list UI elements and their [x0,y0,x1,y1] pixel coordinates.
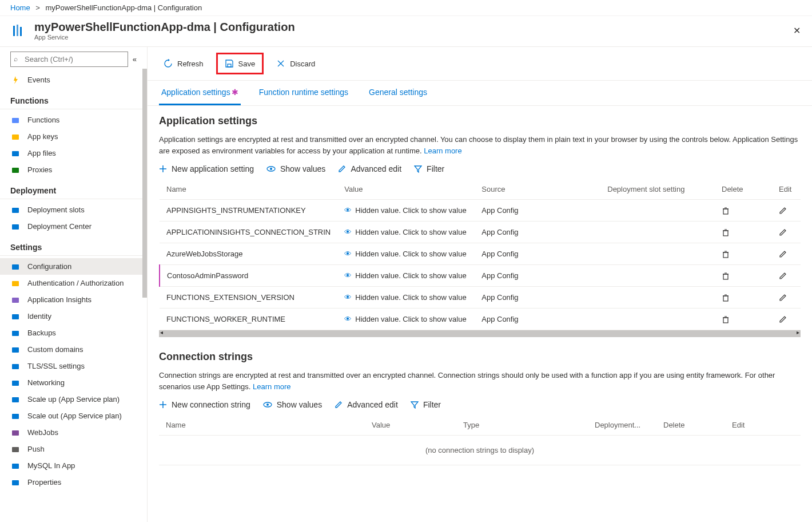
cell-value[interactable]: 👁Hidden value. Click to show value [337,265,475,287]
cell-edit[interactable] [772,309,801,330]
trash-icon[interactable] [722,272,765,280]
trash-icon[interactable] [722,294,765,302]
pencil-icon[interactable] [779,207,794,215]
pencil-icon[interactable] [779,250,794,258]
refresh-button[interactable]: Refresh [159,57,208,70]
connstrings-table: Name Value Type Deployment... Delete Edi… [159,415,801,465]
cell-value[interactable]: 👁Hidden value. Click to show value [337,200,475,222]
sidebar-item[interactable]: Functions [0,112,147,128]
tabs: Application settings✱ Function runtime s… [148,81,812,106]
sidebar-item[interactable]: App files [0,145,147,161]
sidebar-item[interactable]: Application Insights [0,291,147,308]
conn-col-edit[interactable]: Edit [725,415,801,436]
cell-edit[interactable] [772,287,801,309]
col-name[interactable]: Name [160,179,337,200]
cell-delete[interactable] [715,243,772,265]
trash-icon[interactable] [722,250,765,258]
sidebar-scrollbar[interactable] [142,69,147,298]
cell-value[interactable]: 👁Hidden value. Click to show value [337,309,475,330]
cell-delete[interactable] [715,222,772,243]
col-delete[interactable]: Delete [715,179,772,200]
sidebar-item[interactable]: Scale up (App Service plan) [0,391,147,408]
col-edit[interactable]: Edit [772,179,801,200]
cell-name[interactable]: AzureWebJobsStorage [160,243,337,265]
conn-col-value[interactable]: Value [365,415,456,436]
sidebar-item-icon [10,263,21,271]
cell-edit[interactable] [772,243,801,265]
discard-button[interactable]: Discard [272,57,320,70]
sidebar-item[interactable]: App keys [0,128,147,145]
sidebar-item[interactable]: Configuration [0,258,147,275]
close-blade-button[interactable]: ✕ [791,23,803,38]
conn-col-delete[interactable]: Delete [656,415,725,436]
tab-application-settings[interactable]: Application settings✱ [159,81,241,105]
cell-edit[interactable] [772,265,801,287]
sidebar-item[interactable]: WebJobs [0,424,147,441]
sidebar-search-input[interactable] [10,52,128,67]
sidebar-item[interactable]: Custom domains [0,341,147,358]
conn-col-type[interactable]: Type [456,415,588,436]
sidebar-item-events[interactable]: Events [0,72,147,88]
cell-value[interactable]: 👁Hidden value. Click to show value [337,222,475,243]
advanced-edit-button[interactable]: Advanced edit [338,164,401,173]
sidebar-item[interactable]: Scale out (App Service plan) [0,408,147,424]
tab-function-runtime-settings[interactable]: Function runtime settings [257,81,351,105]
col-value[interactable]: Value [337,179,475,200]
appsettings-learn-more-link[interactable]: Learn more [424,147,461,155]
cell-edit[interactable] [772,200,801,222]
conn-show-values-button[interactable]: Show values [263,400,322,409]
pencil-icon[interactable] [779,294,794,302]
breadcrumb-home[interactable]: Home [10,3,30,12]
sidebar-item[interactable]: Deployment slots [0,201,147,218]
filter-button[interactable]: Filter [414,164,444,173]
svg-rect-8 [12,224,19,230]
cell-slot [600,287,715,309]
trash-icon[interactable] [722,315,765,323]
pencil-icon[interactable] [779,228,794,236]
cell-value[interactable]: 👁Hidden value. Click to show value [337,243,475,265]
sidebar-item-icon [10,412,21,420]
cell-name[interactable]: APPLICATIONINSIGHTS_CONNECTION_STRIN [160,222,337,243]
connstrings-learn-more-link[interactable]: Learn more [253,382,290,391]
trash-icon[interactable] [722,228,765,236]
sidebar-item[interactable]: Proxies [0,161,147,178]
collapse-sidebar-button[interactable]: « [133,55,137,64]
pencil-icon[interactable] [779,272,794,280]
sidebar-item[interactable]: Networking [0,374,147,391]
cell-name[interactable]: FUNCTIONS_EXTENSION_VERSION [160,287,337,309]
cell-delete[interactable] [715,265,772,287]
sidebar-item[interactable]: TLS/SSL settings [0,358,147,374]
conn-col-name[interactable]: Name [159,415,365,436]
sidebar-item[interactable]: Backups [0,325,147,341]
eye-icon: 👁 [344,271,352,280]
conn-filter-button[interactable]: Filter [411,400,441,409]
sidebar-item[interactable]: Push [0,441,147,457]
save-button[interactable]: Save [216,53,264,74]
cell-delete[interactable] [715,287,772,309]
new-connection-string-button[interactable]: New connection string [159,400,250,409]
sidebar-item[interactable]: MySQL In App [0,457,147,474]
cell-delete[interactable] [715,309,772,330]
cell-value[interactable]: 👁Hidden value. Click to show value [337,287,475,309]
breadcrumb-current: myPowerShellFunctionApp-dma | Configurat… [46,3,202,12]
svg-rect-13 [12,331,19,336]
sidebar-item[interactable]: Authentication / Authorization [0,275,147,291]
pencil-icon[interactable] [779,315,794,323]
new-application-setting-button[interactable]: New application setting [159,164,254,173]
table-horizontal-scrollbar[interactable] [159,330,801,337]
cell-name[interactable]: ContosoAdminPassword [160,265,337,287]
cell-delete[interactable] [715,200,772,222]
cell-edit[interactable] [772,222,801,243]
col-source[interactable]: Source [475,179,600,200]
conn-advanced-edit-button[interactable]: Advanced edit [335,400,398,409]
cell-name[interactable]: APPINSIGHTS_INSTRUMENTATIONKEY [160,200,337,222]
col-slot[interactable]: Deployment slot setting [600,179,715,200]
trash-icon[interactable] [722,207,765,215]
tab-general-settings[interactable]: General settings [367,81,429,105]
sidebar-item[interactable]: Deployment Center [0,218,147,235]
cell-name[interactable]: FUNCTIONS_WORKER_RUNTIME [160,309,337,330]
sidebar-item[interactable]: Properties [0,474,147,491]
show-values-button[interactable]: Show values [266,164,325,173]
conn-col-slot[interactable]: Deployment... [588,415,656,436]
sidebar-item[interactable]: Identity [0,308,147,325]
